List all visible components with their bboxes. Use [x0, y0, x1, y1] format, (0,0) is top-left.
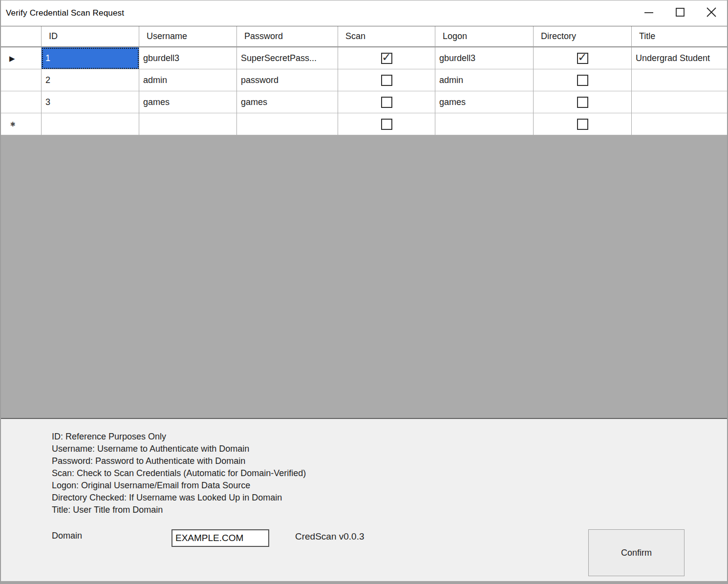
cell-directory — [534, 69, 632, 91]
cell-password[interactable]: password — [237, 69, 338, 91]
row-header[interactable] — [1, 91, 42, 113]
legend-line-username: Username: Username to Authenticate with … — [52, 443, 306, 455]
cell-logon[interactable]: admin — [435, 69, 534, 91]
scan-checkbox[interactable] — [381, 97, 392, 108]
legend-line-title: Title: User Title from Domain — [52, 504, 306, 516]
column-legend: ID: Reference Purposes Only Username: Us… — [52, 431, 306, 516]
maximize-button[interactable] — [664, 0, 696, 26]
column-header-logon[interactable]: Logon — [435, 26, 534, 47]
scan-checkbox[interactable] — [381, 119, 392, 130]
cell-title[interactable]: Undergrad Student — [632, 47, 727, 69]
cell-logon[interactable] — [435, 113, 534, 135]
cell-title[interactable] — [632, 91, 727, 113]
table-row: ▶ 1 gburdell3 SuperSecretPass... gburdel… — [1, 47, 727, 69]
column-header-username[interactable]: Username — [139, 26, 237, 47]
domain-input[interactable] — [171, 529, 269, 547]
column-header-id[interactable]: ID — [42, 26, 139, 47]
legend-line-password: Password: Password to Authenticate with … — [52, 455, 306, 467]
legend-line-logon: Logon: Original Username/Email from Data… — [52, 480, 306, 492]
cell-scan — [338, 69, 435, 91]
cell-username[interactable]: games — [139, 91, 237, 113]
directory-checkbox[interactable] — [577, 97, 588, 108]
version-label: CredScan v0.0.3 — [295, 531, 364, 542]
cell-id[interactable]: 3 — [42, 91, 139, 113]
window-title: Verify Credential Scan Request — [1, 8, 124, 18]
cell-directory — [534, 47, 632, 69]
row-header-current[interactable]: ▶ — [1, 47, 42, 69]
cell-directory — [534, 91, 632, 113]
legend-line-id: ID: Reference Purposes Only — [52, 431, 306, 443]
legend-line-directory: Directory Checked: If Username was Looke… — [52, 492, 306, 504]
cell-logon[interactable]: games — [435, 91, 534, 113]
legend-line-scan: Scan: Check to Scan Credentials (Automat… — [52, 467, 306, 480]
directory-checkbox[interactable] — [577, 119, 588, 130]
current-row-arrow-icon: ▶ — [1, 55, 15, 62]
cell-username[interactable]: admin — [139, 69, 237, 91]
maximize-icon — [674, 6, 686, 20]
directory-checkbox[interactable] — [577, 75, 588, 86]
grid-header-row: ID Username Password Scan Logon Director… — [1, 26, 727, 47]
grid-corner-header[interactable] — [1, 26, 42, 47]
verify-credential-scan-window: Verify Credential Scan Request I — [0, 0, 728, 584]
table-row: 3 games games games — [1, 91, 727, 113]
table-row: 2 admin password admin — [1, 69, 727, 91]
cell-scan — [338, 113, 435, 135]
new-row-asterisk-icon: ✱ — [1, 121, 16, 127]
cell-title[interactable] — [632, 69, 727, 91]
cell-id[interactable]: 2 — [42, 69, 139, 91]
column-header-scan[interactable]: Scan — [338, 26, 435, 47]
bottom-panel: ID: Reference Purposes Only Username: Us… — [1, 420, 727, 581]
column-header-directory[interactable]: Directory — [534, 26, 632, 47]
cell-username[interactable] — [139, 113, 237, 135]
scan-checkbox[interactable] — [381, 53, 392, 64]
row-header[interactable] — [1, 69, 42, 91]
credentials-grid: ID Username Password Scan Logon Director… — [1, 26, 727, 419]
directory-checkbox[interactable] — [577, 53, 588, 64]
close-icon — [705, 6, 718, 21]
table-row-new: ✱ — [1, 113, 727, 135]
column-header-title[interactable]: Title — [632, 26, 727, 47]
domain-label: Domain — [52, 531, 82, 541]
cell-id[interactable] — [42, 113, 139, 135]
minimize-icon — [643, 6, 655, 20]
title-bar: Verify Credential Scan Request — [1, 0, 727, 26]
cell-password[interactable]: games — [237, 91, 338, 113]
cell-password[interactable]: SuperSecretPass... — [237, 47, 338, 69]
scan-checkbox[interactable] — [381, 75, 392, 86]
cell-directory — [534, 113, 632, 135]
confirm-button[interactable]: Confirm — [588, 529, 685, 576]
cell-title[interactable] — [632, 113, 727, 135]
cell-scan — [338, 91, 435, 113]
cell-password[interactable] — [237, 113, 338, 135]
close-button[interactable] — [696, 0, 727, 26]
cell-username[interactable]: gburdell3 — [139, 47, 237, 69]
column-header-password[interactable]: Password — [237, 26, 338, 47]
minimize-button[interactable] — [633, 0, 664, 26]
row-header-new[interactable]: ✱ — [1, 113, 42, 135]
cell-id[interactable]: 1 — [42, 47, 139, 69]
window-controls — [633, 0, 727, 26]
cell-scan — [338, 47, 435, 69]
cell-logon[interactable]: gburdell3 — [435, 47, 534, 69]
